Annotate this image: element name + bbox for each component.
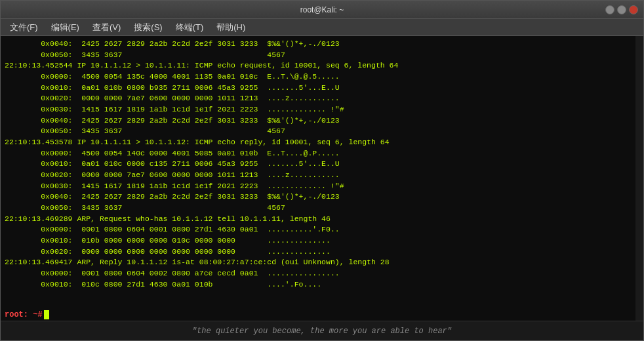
close-button[interactable]: [629, 5, 638, 14]
terminal-line: 22:10:13.453578 IP 10.1.1.11 > 10.1.1.12…: [5, 137, 632, 148]
terminal-line: 0x0020: 0000 0000 0000 0000 0000 0000 00…: [5, 247, 632, 258]
terminal-line: 0x0040: 2425 2627 2829 2a2b 2c2d 2e2f 30…: [5, 191, 632, 203]
menu-help[interactable]: 帮助(H): [210, 20, 252, 35]
window-controls: [605, 5, 638, 14]
menu-bar: 文件(F) 编辑(E) 查看(V) 搜索(S) 终端(T) 帮助(H): [1, 19, 643, 36]
quote-text: "the quieter you become, the more you ar…: [192, 327, 452, 336]
menu-file[interactable]: 文件(F): [3, 20, 45, 35]
terminal-line: 0x0000: 4500 0054 135c 4000 4001 1135 0a…: [5, 71, 632, 83]
terminal-line: 0x0010: 0a01 010b 0800 b935 2711 0006 45…: [5, 83, 632, 94]
minimize-button[interactable]: [605, 5, 614, 14]
terminal-line: 0x0000: 0001 0800 0604 0002 0800 a7ce ce…: [5, 268, 632, 279]
title-bar: root@Kali: ~: [1, 1, 643, 19]
menu-view[interactable]: 查看(V): [86, 20, 127, 35]
terminal-line: 0x0040: 2425 2627 2829 2a2b 2c2d 2e2f 30…: [5, 39, 632, 50]
terminal-line: 0x0010: 010b 0000 0000 0000 010c 0000 00…: [5, 235, 632, 247]
terminal-line: 0x0020: 0000 0000 7ae7 0600 0000 0000 10…: [5, 93, 632, 104]
terminal-area[interactable]: 0x0040: 2425 2627 2829 2a2b 2c2d 2e2f 30…: [1, 36, 635, 321]
terminal-line: 0x0050: 3435 3637 4567: [5, 126, 632, 137]
terminal-line: 0x0010: 0a01 010c 0000 c135 2711 0006 45…: [5, 159, 632, 170]
maximize-button[interactable]: [617, 5, 626, 14]
terminal-line: 0x0050: 3435 3637 4567: [5, 203, 632, 214]
prompt-line: root: ~#: [1, 310, 635, 321]
terminal-line: 0x0020: 0000 0000 7ae7 0600 0000 0000 10…: [5, 170, 632, 181]
terminal-line: 0x0030: 1415 1617 1819 1a1b 1c1d 1e1f 20…: [5, 104, 632, 115]
terminal-line: 0x0040: 2425 2627 2829 2a2b 2c2d 2e2f 30…: [5, 115, 632, 127]
terminal-output: 0x0040: 2425 2627 2829 2a2b 2c2d 2e2f 30…: [1, 36, 635, 310]
terminal-line: 0x0030: 1415 1617 1819 1a1b 1c1d 1e1f 20…: [5, 181, 632, 192]
terminal-window: root@Kali: ~ 文件(F) 编辑(E) 查看(V) 搜索(S) 终端(…: [0, 0, 644, 341]
terminal-line: 0x0000: 0001 0800 0604 0001 0800 27d1 46…: [5, 224, 632, 235]
terminal-line: 0x0010: 010c 0800 27d1 4630 0a01 010b ..…: [5, 279, 632, 291]
terminal-line: 0x0000: 4500 0054 140c 0000 4001 5085 0a…: [5, 148, 632, 159]
scrollbar[interactable]: [635, 36, 643, 321]
terminal-body: 0x0040: 2425 2627 2829 2a2b 2c2d 2e2f 30…: [1, 36, 643, 321]
menu-terminal[interactable]: 终端(T): [169, 20, 211, 35]
terminal-line: 22:10:13.452544 IP 10.1.1.12 > 10.1.1.11…: [5, 60, 632, 71]
menu-edit[interactable]: 编辑(E): [45, 20, 86, 35]
terminal-line: 22:10:13.469417 ARP, Reply 10.1.1.12 is-…: [5, 257, 632, 268]
terminal-line: 22:10:13.469289 ARP, Request who-has 10.…: [5, 214, 632, 225]
menu-search[interactable]: 搜索(S): [127, 20, 169, 35]
cursor: [44, 310, 49, 319]
terminal-line: 0x0050: 3435 3637 4567: [5, 50, 632, 61]
prompt-text: root: ~#: [5, 310, 43, 319]
window-title: root@Kali: ~: [39, 5, 605, 14]
bottom-bar: "the quieter you become, the more you ar…: [1, 321, 643, 340]
